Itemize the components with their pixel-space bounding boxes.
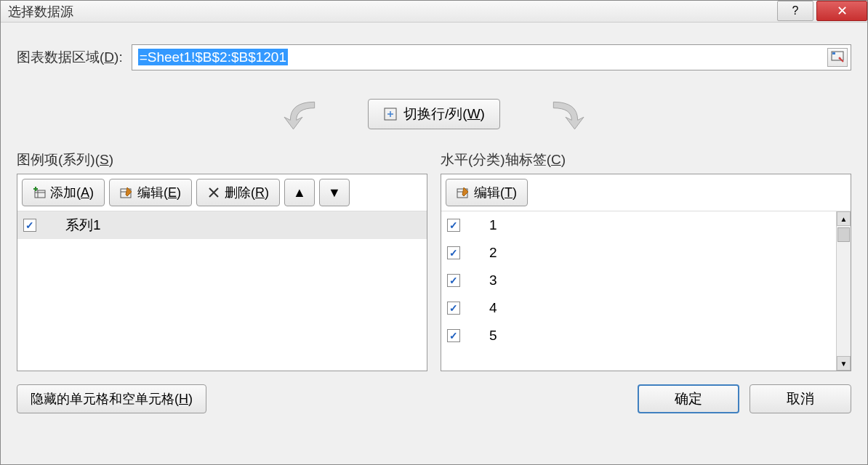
axis-checkbox[interactable]: ✓ xyxy=(447,302,460,315)
svg-point-2 xyxy=(839,57,841,60)
axis-item-label: 4 xyxy=(475,300,845,316)
up-arrow-icon: ▲ xyxy=(293,185,306,201)
svg-rect-4 xyxy=(35,190,45,198)
scroll-track[interactable] xyxy=(837,243,851,356)
svg-rect-1 xyxy=(832,52,835,54)
legend-series-label: 图例项(系列)(S) xyxy=(17,150,427,169)
scroll-thumb[interactable] xyxy=(837,227,850,242)
data-range-input-wrap: =Sheet1!$B$2:$B$1201 xyxy=(132,44,851,70)
axis-checkbox[interactable]: ✓ xyxy=(447,329,460,342)
legend-series-panel: 图例项(系列)(S) 添加(A) xyxy=(17,150,427,371)
cancel-button[interactable]: 取消 xyxy=(750,384,851,413)
footer-right: 确定 取消 xyxy=(638,384,851,413)
delete-icon xyxy=(207,186,220,199)
move-down-button[interactable]: ▼ xyxy=(319,179,350,206)
switch-row: 切换行/列(W) xyxy=(17,92,851,136)
down-arrow-icon: ▼ xyxy=(328,185,341,201)
series-checkbox[interactable]: ✓ xyxy=(23,219,36,232)
dialog-title: 选择数据源 xyxy=(8,3,73,20)
arrow-right-icon xyxy=(529,96,602,132)
delete-series-button[interactable]: 删除(R) xyxy=(196,179,280,206)
axis-labels-label: 水平(分类)轴标签(C) xyxy=(441,150,851,169)
scroll-down-button[interactable]: ▼ xyxy=(837,356,851,371)
series-item-label: 系列1 xyxy=(51,216,421,235)
close-icon: ✕ xyxy=(837,3,848,19)
dialog-content: 图表数据区域(D): =Sheet1!$B$2:$B$1201 xyxy=(1,23,867,424)
add-series-button[interactable]: 添加(A) xyxy=(22,179,105,206)
close-button[interactable]: ✕ xyxy=(816,1,867,21)
legend-series-box: 添加(A) 编辑(E) xyxy=(17,174,427,371)
axis-item-label: 2 xyxy=(475,245,845,261)
axis-item-label: 3 xyxy=(475,272,845,288)
list-item[interactable]: ✓ 5 xyxy=(441,322,851,349)
ok-button[interactable]: 确定 xyxy=(638,384,739,413)
panels-container: 图例项(系列)(S) 添加(A) xyxy=(17,150,851,371)
help-icon: ? xyxy=(792,4,799,17)
data-range-value: =Sheet1!$B$2:$B$1201 xyxy=(138,49,288,65)
axis-checkbox[interactable]: ✓ xyxy=(447,219,460,232)
dialog-footer: 隐藏的单元格和空单元格(H) 确定 取消 xyxy=(17,384,851,413)
switch-row-column-button[interactable]: 切换行/列(W) xyxy=(368,99,500,129)
axis-item-label: 5 xyxy=(475,328,845,344)
select-data-source-dialog: 选择数据源 ? ✕ 图表数据区域(D): =Sheet1!$B$2:$B$120… xyxy=(0,0,868,465)
axis-labels-panel: 水平(分类)轴标签(C) 编辑(T) xyxy=(441,150,851,371)
list-item[interactable]: ✓ 4 xyxy=(441,294,851,322)
hidden-cells-button[interactable]: 隐藏的单元格和空单元格(H) xyxy=(17,384,206,413)
axis-checkbox[interactable]: ✓ xyxy=(447,274,460,287)
series-list[interactable]: ✓ 系列1 xyxy=(17,211,427,371)
axis-labels-box: 编辑(T) ✓ 1 ✓ 2 ✓ xyxy=(441,174,851,371)
move-up-button[interactable]: ▲ xyxy=(284,179,315,206)
edit-icon xyxy=(120,186,133,199)
axis-list[interactable]: ✓ 1 ✓ 2 ✓ 3 ✓ 4 xyxy=(441,211,851,371)
series-toolbar: 添加(A) 编辑(E) xyxy=(17,174,427,211)
edit-icon xyxy=(457,186,470,199)
edit-button-label: 编辑(E) xyxy=(137,184,181,201)
edit-axis-label: 编辑(T) xyxy=(474,184,517,201)
axis-checkbox[interactable]: ✓ xyxy=(447,246,460,259)
axis-toolbar: 编辑(T) xyxy=(441,174,851,211)
titlebar-buttons: ? ✕ xyxy=(777,1,867,22)
add-icon xyxy=(33,186,46,199)
axis-item-label: 1 xyxy=(475,217,845,233)
list-item[interactable]: ✓ 1 xyxy=(441,211,851,239)
edit-series-button[interactable]: 编辑(E) xyxy=(109,179,192,206)
titlebar: 选择数据源 ? ✕ xyxy=(1,1,867,23)
range-selector-button[interactable] xyxy=(827,48,848,67)
arrow-left-icon xyxy=(266,96,339,132)
edit-axis-button[interactable]: 编辑(T) xyxy=(446,179,528,206)
list-item[interactable]: ✓ 2 xyxy=(441,239,851,267)
switch-icon xyxy=(383,107,398,121)
add-button-label: 添加(A) xyxy=(50,184,94,201)
list-item[interactable]: ✓ 3 xyxy=(441,267,851,294)
range-select-icon xyxy=(831,51,844,64)
data-range-row: 图表数据区域(D): =Sheet1!$B$2:$B$1201 xyxy=(17,44,851,70)
help-button[interactable]: ? xyxy=(777,1,813,21)
data-range-input[interactable]: =Sheet1!$B$2:$B$1201 xyxy=(138,49,827,65)
scrollbar[interactable]: ▲ ▼ xyxy=(836,211,851,371)
delete-button-label: 删除(R) xyxy=(225,184,269,201)
data-range-label: 图表数据区域(D): xyxy=(17,48,123,67)
scroll-up-button[interactable]: ▲ xyxy=(837,211,851,226)
switch-button-label: 切换行/列(W) xyxy=(403,105,485,124)
list-item[interactable]: ✓ 系列1 xyxy=(17,211,427,239)
